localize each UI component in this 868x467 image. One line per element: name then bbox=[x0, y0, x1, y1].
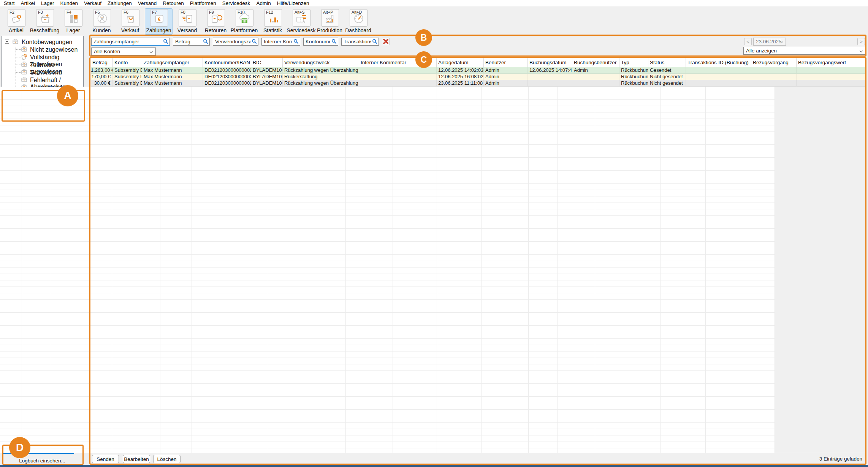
table-cell bbox=[797, 74, 865, 80]
search-payee-input[interactable] bbox=[91, 38, 170, 46]
tree-item-kontobewegungen[interactable] bbox=[2, 38, 83, 46]
search-iban-input[interactable] bbox=[303, 38, 338, 46]
date-next-button[interactable]: > bbox=[857, 38, 865, 45]
account-filter-combo[interactable]: Alle Konten bbox=[91, 47, 156, 55]
menu-item-start[interactable]: Start bbox=[1, 0, 18, 7]
table-cell bbox=[686, 74, 751, 80]
toolbar-icon-frame: F9 bbox=[207, 9, 225, 27]
menu-item-admin[interactable]: Admin bbox=[253, 0, 274, 7]
statistics-icon bbox=[267, 13, 279, 26]
toolbar-button-label: Statistik bbox=[263, 27, 282, 33]
tree-item-vollständig-zugewiesen[interactable] bbox=[2, 53, 83, 61]
column-header-interner-kommentar[interactable]: Interner Kommentar bbox=[359, 58, 437, 67]
column-header-bic[interactable]: BIC bbox=[251, 58, 283, 67]
toolbar-button-label: Lager bbox=[67, 27, 80, 33]
table-cell bbox=[572, 80, 619, 87]
menu-item-versand[interactable]: Versand bbox=[135, 0, 160, 7]
löschen-button[interactable]: Löschen bbox=[153, 455, 181, 463]
search-transaction-id-input[interactable] bbox=[341, 38, 379, 46]
menu-item-retouren[interactable]: Retouren bbox=[160, 0, 187, 7]
senden-button[interactable]: Senden bbox=[92, 455, 119, 463]
table-cell: Rückbuchung bbox=[619, 80, 648, 87]
toolbar-icon-frame: F3 bbox=[36, 9, 54, 27]
production-icon bbox=[324, 13, 336, 26]
search-comment-input[interactable] bbox=[261, 38, 300, 46]
column-header-bezugsvorgangswert[interactable]: Bezugsvorgangswert bbox=[797, 58, 865, 67]
table-cell: Admin bbox=[572, 67, 619, 74]
toolbar-button-versand[interactable]: F8 Versand bbox=[173, 8, 201, 35]
tree-item-teilweise-zugewiesen[interactable] bbox=[2, 61, 83, 68]
table-row[interactable]: 1.263,00 €Subsembly D...Max MustermannDE… bbox=[91, 67, 866, 74]
menu-item-verkauf[interactable]: Verkauf bbox=[81, 0, 105, 7]
empty-grid-column bbox=[268, 87, 346, 453]
toolbar-button-label: Artikel bbox=[9, 27, 24, 33]
column-header-betrag[interactable]: Betrag bbox=[91, 58, 113, 67]
column-header-buchungsdatum[interactable]: Buchungsdatum bbox=[528, 58, 572, 67]
search-purpose-input[interactable] bbox=[213, 38, 258, 46]
toolbar-button-servicedesk[interactable]: Alt+S Servicedesk bbox=[287, 8, 315, 35]
menu-item-lager[interactable]: Lager bbox=[38, 0, 57, 7]
clear-filters-button[interactable] bbox=[382, 38, 390, 45]
menu-item-kunden[interactable]: Kunden bbox=[57, 0, 81, 7]
tree-item-nicht-zugewiesen[interactable] bbox=[2, 46, 83, 53]
window-bottom-border bbox=[0, 465, 868, 467]
table-cell: Max Mustermann bbox=[142, 74, 203, 80]
empty-grid-column bbox=[192, 87, 268, 453]
column-header-anlagedatum[interactable]: Anlagedatum bbox=[437, 58, 484, 67]
column-header-status[interactable]: Status bbox=[648, 58, 686, 67]
chevron-down-icon bbox=[859, 48, 863, 54]
date-filter-combo[interactable]: 23.06.2025 bbox=[753, 38, 786, 46]
empty-grid-column bbox=[0, 87, 22, 453]
column-header-transaktions-id-buchung-[interactable]: Transaktions-ID (Buchung) bbox=[686, 58, 751, 67]
toolbar-button-retouren[interactable]: F9 Retouren bbox=[202, 8, 230, 35]
column-header-verwendungszweck[interactable]: Verwendungszweck bbox=[283, 58, 359, 67]
toolbar-button-beschaffung[interactable]: F3 Beschaffung bbox=[31, 8, 59, 35]
search-amount-input[interactable] bbox=[173, 38, 210, 46]
menu-item-zahlungen[interactable]: Zahlungen bbox=[105, 0, 135, 7]
table-row[interactable]: 30,00 €Subsembly D...Max MustermannDE021… bbox=[91, 80, 866, 87]
tree-item-fehlerhaft-abgebrochen[interactable] bbox=[2, 76, 83, 84]
empty-grid-column bbox=[529, 87, 558, 453]
toolbar-button-lager[interactable]: F4 Lager bbox=[59, 8, 87, 35]
empty-grid-column bbox=[160, 87, 192, 453]
toolbar-button-zahlungen[interactable]: F7 € Zahlungen bbox=[145, 8, 173, 35]
column-header-benutzer[interactable]: Benutzer bbox=[484, 58, 528, 67]
column-header-typ[interactable]: Typ bbox=[619, 58, 648, 67]
toolbar-button-dashboard[interactable]: Alt+D Dashboard bbox=[344, 8, 372, 35]
menu-item-hilfe-lizenzen[interactable]: Hilfe/Lizenzen bbox=[274, 0, 312, 7]
menu-item-artikel[interactable]: Artikel bbox=[18, 0, 38, 7]
toolbar-button-kunden[interactable]: F5 Kunden bbox=[88, 8, 116, 35]
toolbar-button-statistik[interactable]: F12 Statistik bbox=[259, 8, 287, 35]
table-cell: Nicht gesendet bbox=[648, 80, 686, 87]
menu-item-plattformen[interactable]: Plattformen bbox=[187, 0, 219, 7]
table-cell: DE0212030000000020... bbox=[203, 67, 251, 74]
date-prev-button[interactable]: < bbox=[744, 38, 752, 45]
menu-item-servicedesk[interactable]: Servicedesk bbox=[219, 0, 253, 7]
dashboard-icon bbox=[353, 13, 365, 26]
toolbar-button-verkauf[interactable]: F6 Verkauf bbox=[116, 8, 144, 35]
column-header-bezugsvorgang[interactable]: Bezugsvorgang bbox=[751, 58, 797, 67]
empty-grid-column bbox=[706, 87, 775, 453]
toolbar-icon-frame: Alt+D bbox=[350, 9, 367, 27]
empty-grid-column bbox=[661, 87, 706, 453]
column-header-kontonummer-iban[interactable]: Kontonummer/IBAN bbox=[203, 58, 251, 67]
show-filter-combo[interactable]: Alle anzeigen bbox=[743, 47, 866, 55]
toolbar-button-plattformen[interactable]: F10 Plattformen bbox=[230, 8, 258, 35]
table-cell: 23.06.2025 11:11:08 bbox=[437, 80, 484, 87]
table-cell: 170,00 € bbox=[91, 74, 113, 80]
logbook-button[interactable]: Logbuch einsehen... bbox=[3, 457, 81, 464]
table-row[interactable]: 170,00 €Subsembly D...Max MustermannDE02… bbox=[91, 74, 866, 80]
column-header-buchungsbenutzer[interactable]: Buchungsbenutzer bbox=[572, 58, 619, 67]
tree-item-schwebend[interactable] bbox=[2, 68, 83, 76]
column-header-konto[interactable]: Konto bbox=[113, 58, 142, 67]
toolbar-button-label: Zahlungen bbox=[146, 27, 171, 33]
column-header-zahlungsempf-nger[interactable]: Zahlungsempfänger bbox=[142, 58, 203, 67]
empty-grid-column bbox=[595, 87, 661, 453]
toolbar-button-artikel[interactable]: F2 Artikel bbox=[2, 8, 30, 35]
bearbeiten-button[interactable]: Bearbeiten bbox=[123, 455, 150, 463]
chevron-down-icon bbox=[780, 39, 783, 44]
table-cell: Max Mustermann bbox=[142, 80, 203, 87]
empty-grid-column bbox=[437, 87, 482, 453]
show-filter-value: Alle anzeigen bbox=[746, 48, 777, 54]
toolbar-button-produktion[interactable]: Alt+P Produktion bbox=[316, 8, 344, 35]
